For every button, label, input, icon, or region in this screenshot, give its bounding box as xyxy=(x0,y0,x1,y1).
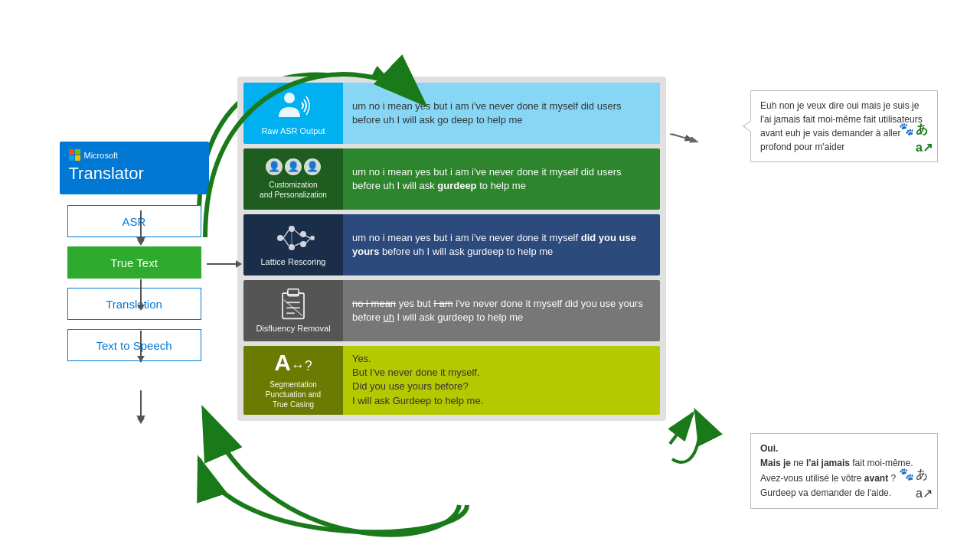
svg-line-24 xyxy=(305,239,310,243)
translation-box-top: Euh non je veux dire oui mais je suis je… xyxy=(750,90,938,162)
clipboard-icon xyxy=(278,288,309,320)
segmentation-label: SegmentationPunctuation andTrue Casing xyxy=(266,380,321,409)
svg-point-14 xyxy=(289,226,295,232)
top-translation-text: Euh non je veux dire oui mais je suis je… xyxy=(760,100,923,152)
svg-line-20 xyxy=(283,238,289,246)
translation-icons-top: 🐾 あa↗ xyxy=(899,120,933,157)
svg-line-23 xyxy=(305,236,310,238)
segmentation-text: Yes. But I've never done it myself. Did … xyxy=(343,346,660,415)
svg-line-36 xyxy=(672,134,697,142)
svg-point-12 xyxy=(284,93,295,103)
disfluency-icon-area: Disfluency Removal xyxy=(243,280,343,341)
company-name: Microsoft xyxy=(84,151,119,160)
svg-point-15 xyxy=(289,244,295,250)
az-icon-bottom: あa↗ xyxy=(916,465,933,504)
network-graph-icon xyxy=(273,223,315,253)
asr-label: Raw ASR Output xyxy=(261,126,325,136)
row-segmentation: A↔? SegmentationPunctuation andTrue Casi… xyxy=(243,346,660,415)
customization-text: um no i mean yes but i am i've never don… xyxy=(343,148,660,210)
svg-line-22 xyxy=(295,243,300,246)
segmentation-icon-area: A↔? SegmentationPunctuation andTrue Casi… xyxy=(243,346,343,415)
lattice-icon-area: Lattice Rescoring xyxy=(243,214,343,276)
people-icon: 👤 👤 👤 xyxy=(266,158,321,175)
svg-rect-28 xyxy=(288,289,299,295)
svg-marker-7 xyxy=(136,416,145,422)
translate-icon: 🐾 xyxy=(899,120,914,157)
svg-point-17 xyxy=(300,241,306,247)
svg-point-16 xyxy=(300,231,306,237)
lattice-text: um no i mean yes but i am i've never don… xyxy=(343,214,660,276)
svg-line-19 xyxy=(283,230,289,238)
lattice-label: Lattice Rescoring xyxy=(261,256,326,267)
row-disfluency: Disfluency Removal no i mean yes but I a… xyxy=(243,280,660,341)
pipeline-translation[interactable]: Translation xyxy=(67,288,201,320)
product-name: Translator xyxy=(69,164,200,184)
svg-point-18 xyxy=(310,236,315,240)
pipeline-tts[interactable]: Text to Speech xyxy=(67,329,201,361)
row-lattice: Lattice Rescoring um no i mean yes but i… xyxy=(243,214,660,276)
asr-icon-area: Raw ASR Output xyxy=(243,83,343,144)
svg-marker-44 xyxy=(137,418,145,424)
pipeline-diagram: Raw ASR Output um no i mean yes but i am… xyxy=(237,77,666,421)
pipeline-asr[interactable]: ASR xyxy=(67,205,201,237)
disfluency-text: no i mean yes but I am i've never done i… xyxy=(343,280,660,341)
row-asr: Raw ASR Output um no i mean yes but i am… xyxy=(243,83,660,144)
row-customization: 👤 👤 👤 Customizationand Personalization u… xyxy=(243,148,660,210)
az-icon: あa↗ xyxy=(916,120,933,157)
customization-icon-area: 👤 👤 👤 Customizationand Personalization xyxy=(243,148,343,210)
ms-logo: Microsoft xyxy=(69,149,200,161)
asr-text: um no i mean yes but i am i've never don… xyxy=(343,83,660,144)
ms-translator-branding: Microsoft Translator xyxy=(60,142,209,194)
customization-label: Customizationand Personalization xyxy=(260,180,327,200)
translation-icons-bottom: 🐾 あa↗ xyxy=(899,465,933,504)
seg-letter-icon: A↔? xyxy=(274,351,312,374)
pipeline-true-text[interactable]: True Text xyxy=(67,246,201,279)
ms-squares-icon xyxy=(69,149,80,161)
asr-person-icon xyxy=(274,90,312,122)
left-pipeline: Microsoft Translator ASR True Text Trans… xyxy=(57,142,211,361)
disfluency-label: Disfluency Removal xyxy=(256,323,330,334)
svg-point-13 xyxy=(277,235,283,241)
svg-line-21 xyxy=(295,230,300,235)
translate-icon-bottom: 🐾 xyxy=(899,465,914,504)
translation-box-bottom: Oui. Mais je ne l'ai jamais fait moi-mêm… xyxy=(750,433,938,509)
box-tail-fill xyxy=(744,121,751,132)
